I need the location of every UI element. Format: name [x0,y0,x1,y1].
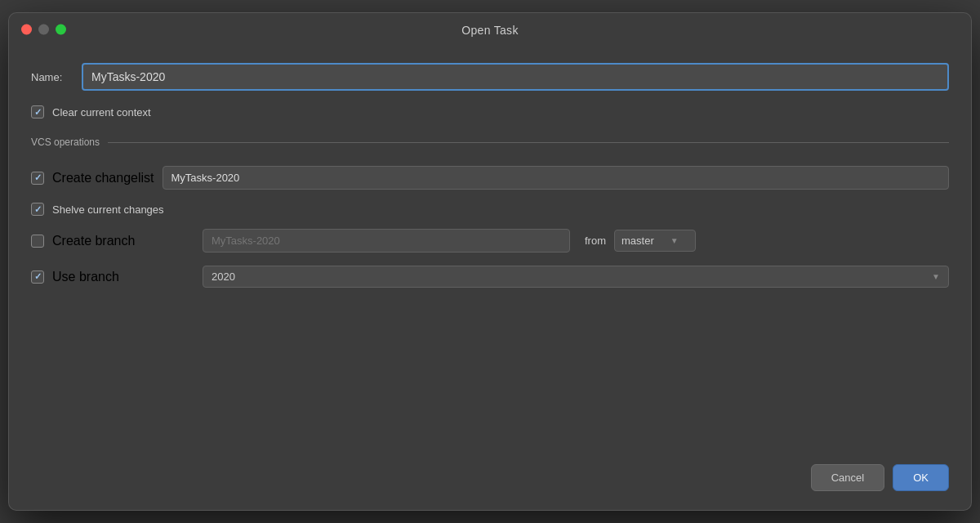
shelve-changes-row: Shelve current changes [31,203,949,216]
minimize-button[interactable] [38,25,49,35]
use-branch-dropdown[interactable]: 2020 ▼ [203,266,949,288]
from-label: from [585,235,606,247]
create-changelist-text: Create changelist [52,171,154,186]
maximize-button[interactable] [56,25,66,35]
shelve-changes-checkbox[interactable] [31,203,44,216]
clear-context-checkbox[interactable] [31,105,44,118]
divider-line [108,142,949,143]
changelist-input[interactable] [163,166,949,190]
clear-context-label[interactable]: Clear current context [31,105,151,118]
vcs-divider: VCS operations [31,136,949,148]
use-branch-row: Use branch 2020 ▼ [31,266,949,288]
create-branch-label[interactable]: Create branch [31,234,194,248]
use-branch-text: Use branch [52,270,119,284]
use-branch-arrow-icon: ▼ [932,272,940,281]
create-changelist-label[interactable]: Create changelist [31,171,154,186]
create-branch-checkbox[interactable] [31,235,44,248]
name-label: Name: [31,71,72,83]
name-row: Name: [31,63,949,91]
dialog-body: Name: Clear current context VCS operatio… [8,47,972,451]
dialog-footer: Cancel OK [8,451,972,511]
dropdown-arrow-icon: ▼ [670,236,679,245]
create-changelist-checkbox[interactable] [31,172,44,185]
use-branch-value: 2020 [212,270,235,283]
dialog-title: Open Task [461,24,518,37]
branch-name-input[interactable] [203,229,570,253]
shelve-changes-label[interactable]: Shelve current changes [31,203,164,216]
open-task-dialog: Open Task Name: Clear current context VC… [8,12,972,511]
use-branch-label[interactable]: Use branch [31,270,194,284]
shelve-changes-text: Shelve current changes [52,203,164,216]
name-input[interactable] [82,63,949,91]
create-branch-row: Create branch from master ▼ [31,229,949,253]
create-branch-text: Create branch [52,234,135,248]
create-changelist-row: Create changelist [31,166,949,190]
vcs-label: VCS operations [31,136,100,148]
window-controls [21,25,66,35]
from-dropdown-value: master [621,235,654,247]
close-button[interactable] [21,25,32,35]
use-branch-checkbox[interactable] [31,270,44,284]
title-bar: Open Task [8,12,972,47]
from-dropdown[interactable]: master ▼ [614,230,696,252]
vcs-section: VCS operations Create changelist Shelve … [31,133,949,288]
ok-button[interactable]: OK [893,464,949,491]
cancel-button[interactable]: Cancel [811,464,884,491]
clear-context-row: Clear current context [31,105,949,118]
clear-context-text: Clear current context [52,106,151,118]
